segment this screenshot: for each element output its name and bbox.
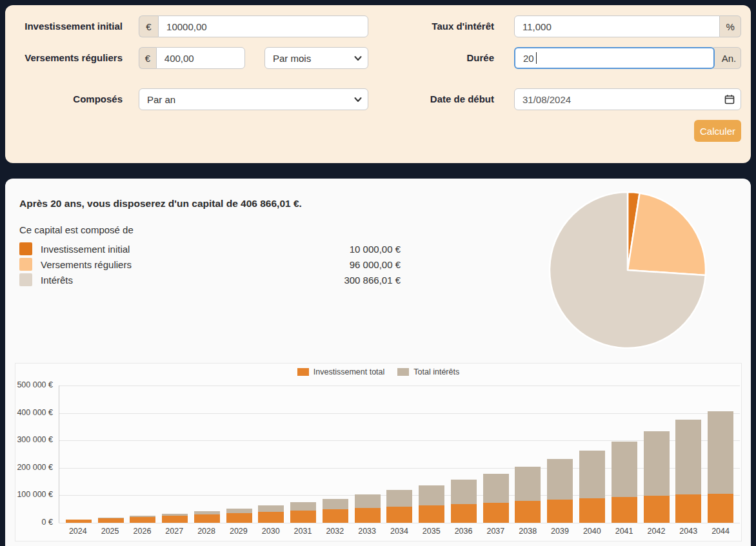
bar-2027[interactable]: [162, 514, 188, 523]
investment-segment: [675, 494, 701, 523]
bar-2025[interactable]: [98, 518, 124, 523]
investment-segment: [258, 512, 284, 523]
bar-2032[interactable]: [323, 499, 348, 523]
duration-label: Durée: [263, 47, 494, 69]
y-axis-tick-label: 500 000 €: [15, 380, 53, 389]
investment-segment: [708, 494, 733, 523]
recurring-payments-label: Versements réguliers: [5, 47, 123, 69]
bar-2028[interactable]: [194, 511, 220, 523]
bar-2029[interactable]: [226, 509, 252, 523]
bar-2033[interactable]: [355, 494, 381, 523]
bar-2024[interactable]: [66, 520, 92, 523]
x-axis-label: 2034: [386, 527, 412, 536]
interest-rate-group: %: [514, 15, 741, 37]
investment-segment: [547, 500, 573, 523]
bar-2040[interactable]: [579, 451, 605, 523]
investment-segment: [194, 514, 220, 523]
x-axis-label: 2024: [65, 527, 91, 536]
compound-label: Composés: [5, 88, 123, 110]
investment-segment: [579, 498, 605, 523]
bar-2043[interactable]: [675, 420, 701, 523]
calculate-button[interactable]: Calculer: [694, 120, 741, 142]
results-card: Après 20 ans, vous disposerez d'un capit…: [5, 179, 751, 546]
x-axis-label: 2032: [322, 527, 348, 536]
bar-2035[interactable]: [419, 485, 444, 523]
x-axis-label: 2044: [708, 527, 733, 536]
investment-segment: [162, 516, 188, 523]
interest-swatch: [19, 273, 32, 286]
recurring-payments-input[interactable]: [156, 47, 245, 69]
y-axis-tick-label: 100 000 €: [15, 490, 53, 499]
bar-2030[interactable]: [258, 505, 284, 523]
bar-2038[interactable]: [515, 467, 541, 523]
initial-investment-swatch: [19, 242, 32, 255]
legend-label: Total intérêts: [413, 367, 459, 376]
percent-suffix: %: [720, 15, 741, 37]
initial-investment-label: Investissement initial: [5, 15, 123, 37]
investment-segment: [226, 513, 252, 523]
interest-rate-input[interactable]: [514, 15, 720, 37]
interest-segment: [258, 505, 284, 512]
duration-group: An.: [514, 47, 741, 69]
bar-2041[interactable]: [612, 442, 637, 523]
capital-breakdown-list: Investissement initial 10 000,00 € Verse…: [19, 241, 401, 288]
bar-plot-area: [59, 385, 740, 523]
y-axis-tick-label: 0 €: [15, 518, 53, 527]
interest-segment: [451, 480, 477, 504]
investment-segment: [451, 504, 477, 523]
text-cursor: [536, 52, 537, 64]
x-axis-label: 2035: [419, 527, 444, 536]
interest-segment: [419, 485, 444, 505]
pie-slice[interactable]: [628, 193, 706, 275]
breakdown-row-recurring: Versements réguliers 96 000,00 €: [19, 257, 401, 272]
investment-segment: [386, 507, 412, 523]
bar-chart-legend: Investissement totalTotal intérêts: [15, 367, 741, 376]
recurring-payments-group: €: [139, 47, 245, 69]
interest-segment: [355, 494, 381, 507]
interest-segment: [644, 431, 670, 496]
growth-bar-chart: Investissement totalTotal intérêts 0 €10…: [15, 363, 742, 541]
start-date-wrap: [514, 88, 741, 110]
breakdown-row-initial: Investissement initial 10 000,00 €: [19, 241, 401, 257]
investment-segment: [483, 503, 509, 523]
bar-2037[interactable]: [483, 474, 509, 523]
investment-segment: [130, 517, 155, 523]
legend-item[interactable]: Total intérêts: [397, 367, 459, 376]
x-axis-label: 2039: [547, 527, 573, 536]
start-date-input[interactable]: [514, 88, 741, 110]
interest-segment: [708, 411, 733, 494]
euro-prefix: €: [139, 47, 156, 69]
x-axis-label: 2030: [258, 527, 284, 536]
investment-segment: [66, 520, 92, 523]
bar-2039[interactable]: [547, 459, 573, 523]
bar-2042[interactable]: [644, 431, 670, 523]
x-axis-label: 2036: [451, 527, 477, 536]
y-axis-tick-label: 400 000 €: [15, 408, 53, 417]
interest-segment: [612, 442, 637, 498]
x-axis-label: 2038: [515, 527, 541, 536]
y-axis-tick-label: 200 000 €: [15, 463, 53, 472]
bar-2034[interactable]: [386, 490, 412, 523]
bar-2044[interactable]: [708, 411, 733, 523]
years-suffix: An.: [711, 47, 741, 69]
x-axis-label: 2043: [675, 527, 701, 536]
interest-segment: [483, 474, 509, 503]
bar-2026[interactable]: [130, 516, 155, 523]
interest-segment: [323, 499, 348, 509]
investment-segment: [419, 505, 444, 523]
breakdown-label: Intérêts: [41, 275, 344, 286]
investment-segment: [515, 501, 541, 523]
investment-segment: [290, 511, 316, 523]
interest-segment: [386, 490, 412, 506]
capital-pie-chart: [548, 190, 708, 350]
interest-segment: [226, 509, 252, 513]
duration-input[interactable]: [514, 47, 715, 69]
x-axis-label: 2027: [161, 527, 187, 536]
legend-item[interactable]: Investissement total: [297, 367, 384, 376]
breakdown-value: 10 000,00 €: [350, 244, 401, 255]
bar-2036[interactable]: [451, 480, 477, 523]
x-axis-label: 2031: [290, 527, 316, 536]
interest-rate-label: Taux d'intérêt: [263, 15, 494, 37]
interest-segment: [547, 459, 573, 500]
bar-2031[interactable]: [290, 502, 316, 523]
